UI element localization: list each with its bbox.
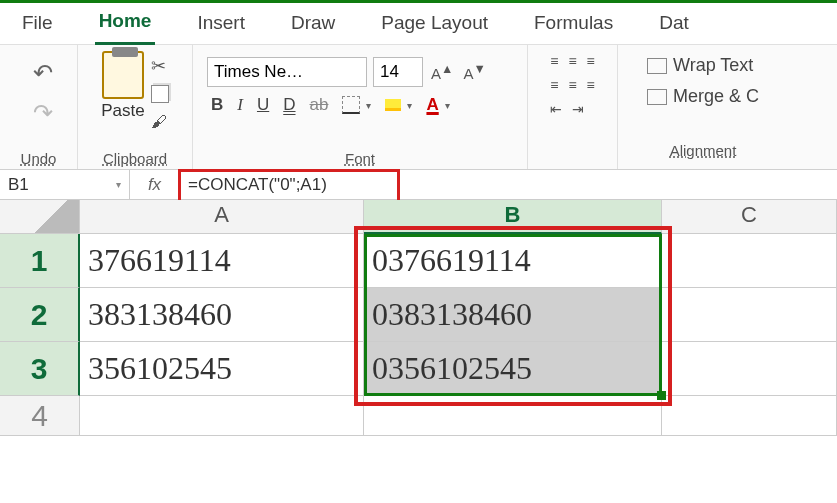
align-top-icon[interactable]: ≡	[550, 53, 558, 69]
formula-text: =CONCAT("0";A1)	[188, 175, 327, 194]
tab-data[interactable]: Dat	[655, 4, 693, 44]
wrap-merge-group: Wrap Text Merge & C Alignment	[618, 45, 788, 169]
font-name-select[interactable]	[207, 57, 367, 87]
formula-bar: B1 ▾ fx =CONCAT("0";A1)	[0, 170, 837, 200]
undo-group-label: Undo	[21, 150, 57, 167]
ribbon-tabs: File Home Insert Draw Page Layout Formul…	[0, 3, 837, 45]
cell-a1[interactable]: 376619114	[80, 234, 364, 288]
tab-file[interactable]: File	[18, 4, 57, 44]
redo-icon[interactable]: ↷	[33, 99, 53, 127]
formula-input[interactable]: =CONCAT("0";A1)	[180, 173, 837, 197]
align-middle-icon[interactable]: ≡	[568, 53, 576, 69]
merge-icon	[647, 89, 667, 105]
tab-insert[interactable]: Insert	[193, 4, 249, 44]
double-underline-button[interactable]: D	[283, 95, 295, 115]
cut-icon[interactable]	[151, 55, 169, 77]
copy-icon[interactable]	[151, 85, 169, 103]
align-bottom-icon[interactable]: ≡	[587, 53, 595, 69]
cell-a3[interactable]: 356102545	[80, 342, 364, 396]
align-group: ≡ ≡ ≡ ≡ ≡ ≡ ⇤ ⇥	[528, 45, 618, 169]
wrap-text-label: Wrap Text	[673, 55, 753, 76]
border-button[interactable]	[342, 96, 360, 114]
worksheet: A B C 1 376619114 0376619114 2 383138460…	[0, 200, 837, 436]
select-all-corner[interactable]	[0, 200, 80, 234]
fill-color-button[interactable]	[385, 99, 401, 111]
chevron-down-icon[interactable]: ▾	[116, 179, 121, 190]
cell-b4[interactable]	[364, 396, 662, 436]
wrap-text-button[interactable]: Wrap Text	[647, 55, 759, 76]
decrease-indent-icon[interactable]: ⇤	[550, 101, 562, 117]
clipboard-icon	[102, 51, 144, 99]
format-painter-icon[interactable]	[151, 111, 169, 132]
paste-label: Paste	[101, 101, 144, 121]
tab-formulas[interactable]: Formulas	[530, 4, 617, 44]
cell-a4[interactable]	[80, 396, 364, 436]
merge-label: Merge & C	[673, 86, 759, 107]
cell-c3[interactable]	[662, 342, 837, 396]
font-group: A▲ A▼ B I U D ab ▾ ▾ A▾ Font	[193, 45, 528, 169]
cell-a2[interactable]: 383138460	[80, 288, 364, 342]
row-header-3[interactable]: 3	[0, 342, 80, 396]
alignment-group-label: Alignment	[670, 142, 737, 159]
font-color-button[interactable]: A	[426, 95, 438, 115]
merge-button[interactable]: Merge & C	[647, 86, 759, 107]
row-header-2[interactable]: 2	[0, 288, 80, 342]
row-header-4[interactable]: 4	[0, 396, 80, 436]
cell-c1[interactable]	[662, 234, 837, 288]
strikethrough-button[interactable]: ab	[310, 95, 329, 115]
underline-button[interactable]: U	[257, 95, 269, 115]
tab-draw[interactable]: Draw	[287, 4, 339, 44]
undo-group: ↶ ↷ Undo	[0, 45, 78, 169]
row-header-1[interactable]: 1	[0, 234, 80, 288]
col-header-a[interactable]: A	[80, 200, 364, 234]
cell-b2[interactable]: 0383138460	[364, 288, 662, 342]
italic-button[interactable]: I	[237, 95, 243, 115]
tab-home[interactable]: Home	[95, 2, 156, 45]
cell-c4[interactable]	[662, 396, 837, 436]
cell-c2[interactable]	[662, 288, 837, 342]
tab-page-layout[interactable]: Page Layout	[377, 4, 492, 44]
bold-button[interactable]: B	[211, 95, 223, 115]
clipboard-group: Paste Clipboard	[78, 45, 193, 169]
col-header-c[interactable]: C	[662, 200, 837, 234]
align-left-icon[interactable]: ≡	[550, 77, 558, 93]
name-box[interactable]: B1 ▾	[0, 170, 130, 199]
increase-indent-icon[interactable]: ⇥	[572, 101, 584, 117]
font-group-label: Font	[345, 150, 375, 167]
fx-icon[interactable]: fx	[130, 170, 180, 199]
cell-b3[interactable]: 0356102545	[364, 342, 662, 396]
fill-handle[interactable]	[657, 391, 666, 400]
align-center-icon[interactable]: ≡	[568, 77, 576, 93]
clipboard-group-label: Clipboard	[103, 150, 167, 167]
wrap-text-icon	[647, 58, 667, 74]
increase-font-icon[interactable]: A▲	[429, 62, 455, 82]
font-size-select[interactable]	[373, 57, 423, 87]
undo-icon[interactable]: ↶	[33, 59, 53, 87]
decrease-font-icon[interactable]: A▼	[461, 62, 487, 82]
ribbon: ↶ ↷ Undo Paste Clipboard A▲ A▼	[0, 45, 837, 170]
name-box-value: B1	[8, 175, 29, 195]
align-right-icon[interactable]: ≡	[587, 77, 595, 93]
col-header-b[interactable]: B	[364, 200, 662, 234]
paste-button[interactable]: Paste	[101, 51, 144, 121]
cell-b1[interactable]: 0376619114	[364, 234, 662, 288]
